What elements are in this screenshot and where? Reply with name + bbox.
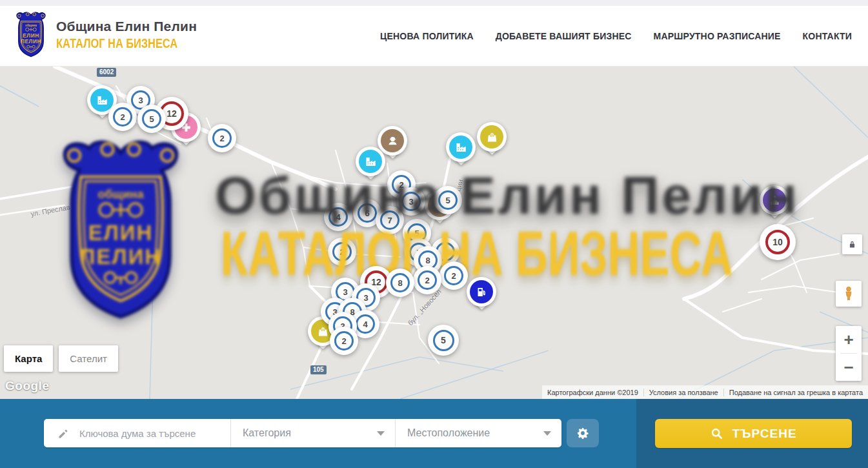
cluster-count: 2 [399,180,403,190]
map-cluster-marker[interactable]: 10 [760,224,796,260]
zoom-control: + − [836,326,862,381]
nav-item[interactable]: ЦЕНОВА ПОЛИТИКА [380,31,474,41]
map-cluster-marker[interactable]: 5 [137,105,166,133]
road-number-label: 6002 [97,68,116,77]
factory-icon [454,141,468,154]
search-button-label: ТЪРСЕНЕ [732,427,796,441]
location-dropdown-label: Местоположение [396,427,543,439]
map-cluster-marker[interactable]: 2 [439,261,468,290]
map-type-satellite-button[interactable]: Сателит [59,345,118,372]
category-dropdown[interactable]: Категория [230,419,395,447]
cluster-count: 5 [445,196,450,205]
municipality-crest-icon [14,11,48,58]
cluster-count: 2 [341,336,346,346]
cluster-count: 2 [339,247,344,257]
cluster-count: 8 [425,256,430,265]
brand-logo[interactable]: Община Елин Пелин КАТАЛОГ НА БИЗНЕСА [14,11,212,58]
lock-icon [847,239,858,250]
cluster-count: 4 [443,247,447,257]
cluster-count: 4 [336,212,340,222]
attribution-text: Картографски данни ©2019 [542,389,643,396]
cluster-count: 8 [398,278,402,288]
search-button[interactable]: ТЪРСЕНЕ [655,419,852,448]
map-cluster-marker[interactable]: 2 [208,124,236,152]
cluster-count: 6 [365,209,369,218]
map-cluster-marker[interactable]: 2 [413,266,441,294]
map-cluster-marker[interactable]: 2 [108,103,137,131]
street-view-pegman-button[interactable] [836,281,862,307]
advanced-settings-button[interactable] [567,419,599,447]
search-fields-group: Категория Местоположение [44,419,561,447]
brand-title: Община Елин Пелин [56,19,212,34]
cluster-count: 4 [363,320,367,329]
nav-item[interactable]: ДОБАВЕТЕ ВАШИЯТ БИЗНЕС [496,31,632,41]
site-header: Община Елин Пелин КАТАЛОГ НА БИЗНЕСА ЦЕН… [0,6,868,66]
zoom-out-button[interactable]: − [836,354,862,381]
google-logo[interactable]: Google [5,379,49,393]
gear-icon [575,425,590,441]
lock-button[interactable] [842,234,862,254]
map-type-control: Карта Сателит [4,345,118,372]
cluster-count: 5 [414,229,419,238]
attribution-link[interactable]: Условия за ползване [643,389,723,396]
cluster-count: 5 [441,335,446,345]
nav-item[interactable]: КОНТАКТИ [803,31,852,41]
shopping-bag-icon [485,130,499,144]
main-nav: ЦЕНОВА ПОЛИТИКАДОБАВЕТЕ ВАШИЯТ БИЗНЕСМАР… [380,6,852,66]
shopping-bag-icon [316,325,330,338]
cluster-count: 3 [343,287,347,297]
map-type-map-button[interactable]: Карта [4,345,53,372]
pencil-icon [44,427,79,440]
cluster-count: 3 [138,96,143,105]
cluster-count: 7 [387,216,392,225]
map-cluster-marker[interactable]: 4 [324,203,352,231]
cluster-count: 2 [219,134,224,143]
fuel-pump-icon [475,285,489,299]
map-cluster-marker[interactable]: 8 [386,269,414,297]
map-attribution: Картографски данни ©2019Условия за ползв… [542,385,868,399]
cluster-count: 3 [363,293,368,303]
search-bar: Категория Местоположение ТЪРСЕНЕ [0,399,868,468]
top-strip [0,0,868,6]
map-cluster-marker[interactable]: 2 [330,327,358,355]
cluster-count: 2 [120,112,125,122]
search-icon [710,427,724,441]
category-dropdown-label: Категория [231,427,377,439]
zoom-in-button[interactable]: + [836,326,862,353]
chevron-down-icon [543,431,551,436]
factory-icon [364,155,378,168]
cluster-count: 2 [451,271,456,281]
construction-worker-icon [386,134,399,148]
pegman-icon [840,285,857,302]
map-cluster-marker[interactable]: 5 [434,186,462,214]
attribution-link[interactable]: Подаване на сигнал за грешка в картата [723,389,868,396]
chevron-down-icon [377,431,385,436]
keyword-search-input[interactable] [79,428,230,439]
map-canvas[interactable]: ул. Преславбул. „Новоселции6002105 32125… [0,66,868,399]
cluster-count: 5 [149,114,154,124]
map-cluster-marker[interactable]: 2 [328,238,356,266]
keyword-field-section [44,419,230,447]
road-number-label: 105 [310,365,327,374]
map-cluster-marker[interactable]: 5 [428,325,459,356]
church-icon [768,194,782,207]
cluster-count: 10 [772,237,783,247]
location-dropdown[interactable]: Местоположение [395,419,561,447]
cluster-count: 12 [167,108,177,119]
cluster-count: 3 [409,197,413,207]
factory-icon [96,94,109,107]
brand-subtitle: КАТАЛОГ НА БИЗНЕСА [56,36,177,51]
cluster-count: 2 [425,276,429,285]
map-cluster-marker[interactable]: 7 [376,206,404,234]
nav-item[interactable]: МАРШРУТНО РАЗПИСАНИЕ [654,31,781,41]
